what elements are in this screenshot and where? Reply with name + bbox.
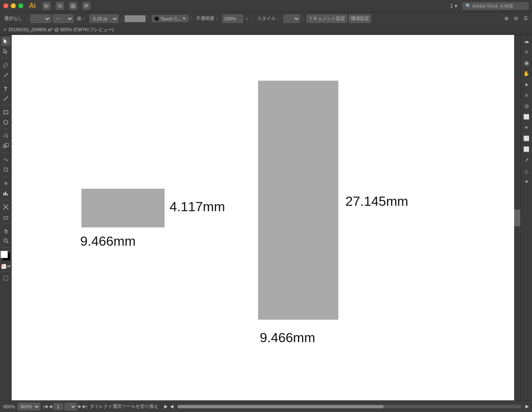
fill-swatch[interactable]	[0, 251, 8, 258]
swap-icon[interactable]: ⇄	[7, 264, 10, 269]
left-toolbar: T	[0, 35, 12, 400]
stroke-color-selector[interactable]: ─	[53, 15, 74, 23]
svg-marker-7	[3, 136, 5, 137]
maximize-button[interactable]	[18, 3, 23, 8]
svg-line-2	[6, 63, 8, 64]
canvas-scrollbar[interactable]	[514, 35, 520, 400]
bottombar: 800% 800% |◀ ◀ ▶ ▶| ダイレクト選択ツールを切り換え ▶ ◀ …	[0, 400, 532, 412]
direct-selection-tool[interactable]	[1, 47, 10, 56]
svg-marker-1	[4, 49, 7, 54]
pathfinder-icon[interactable]: △	[522, 166, 531, 175]
warp-tool[interactable]	[1, 155, 10, 164]
pencil-tool[interactable]	[1, 70, 10, 79]
selection-label: 選択なし	[2, 15, 24, 22]
svg-rect-8	[3, 145, 6, 148]
align-icon[interactable]: ⊟	[512, 15, 520, 22]
shape-large[interactable]	[258, 81, 338, 320]
zoom-value: 800%	[3, 404, 15, 409]
tool-divider-1	[2, 58, 10, 58]
artboard-tool[interactable]	[1, 274, 10, 283]
scrollbar-thumb[interactable]	[514, 210, 520, 226]
shape-small[interactable]	[81, 189, 165, 227]
version-selector[interactable]: 1 ▾	[450, 3, 457, 9]
doc-settings-button[interactable]: ドキュメント設定	[306, 15, 347, 23]
last-page-button[interactable]: ▶|	[83, 404, 87, 409]
hand-tool[interactable]	[1, 226, 10, 235]
tool-divider-3	[2, 105, 10, 106]
page-selector[interactable]	[64, 403, 77, 410]
main-layout: T	[0, 35, 532, 400]
arrange-icon[interactable]: ⊞	[503, 15, 510, 22]
stock-icon[interactable]: St	[56, 2, 64, 10]
stroke-preview	[125, 15, 145, 22]
symbols-icon[interactable]: ♠	[522, 80, 531, 89]
symbol-sprayer-tool[interactable]	[1, 179, 10, 188]
minimize-button[interactable]	[11, 3, 16, 8]
selection-tool[interactable]	[1, 37, 10, 46]
touch-color-button[interactable]: Touch C... ▾	[152, 15, 188, 22]
tab-close-button[interactable]: ✕	[3, 27, 7, 32]
properties-icon[interactable]: ≡	[522, 47, 531, 57]
brushes-icon[interactable]: ✋	[522, 69, 531, 78]
next-page-button[interactable]: ▶	[78, 404, 81, 409]
history-icon[interactable]: ⟳	[82, 2, 91, 10]
horizontal-scrollbar[interactable]	[177, 405, 521, 408]
stroke-weight-selector[interactable]: 0.25 pt	[89, 15, 118, 23]
svg-point-6	[4, 120, 8, 124]
cc-libraries-icon[interactable]: ☁	[522, 37, 531, 46]
ellipse-tool[interactable]	[1, 118, 10, 127]
tool-divider-5	[2, 153, 10, 153]
toolbar: 選択なし ─ 線： 0.25 pt Touch C... ▾ 不透明度： › ス…	[0, 12, 532, 25]
toolbar-divider-5	[252, 15, 253, 22]
free-transform-tool[interactable]	[1, 165, 10, 174]
rectangle-tool[interactable]	[1, 108, 10, 117]
pen-tool[interactable]	[1, 60, 10, 69]
scroll-right-button[interactable]: ▶	[525, 404, 529, 409]
eraser-tool[interactable]	[1, 212, 10, 222]
page-input[interactable]	[53, 403, 63, 410]
first-page-button[interactable]: |◀	[43, 404, 47, 409]
prev-page-button[interactable]: ◀	[49, 404, 52, 409]
layout-icon[interactable]: ⊞	[69, 2, 77, 10]
transform-icon[interactable]: ⬜	[522, 145, 531, 154]
zoom-selector[interactable]: 800%	[17, 403, 40, 410]
graphic-styles-icon[interactable]: ≡	[522, 91, 531, 100]
links-icon[interactable]: ✦	[522, 177, 531, 186]
bridge-icon[interactable]: Br	[42, 2, 51, 10]
none-swatch[interactable]	[1, 264, 6, 269]
line-tool[interactable]	[1, 94, 10, 103]
close-button[interactable]	[3, 3, 8, 8]
layers-icon[interactable]: ◉	[522, 58, 531, 67]
toolbar-divider-6	[303, 15, 303, 22]
toolbar-divider-2	[121, 15, 122, 22]
slice-tool[interactable]	[1, 202, 10, 212]
swatches-icon[interactable]: ⬜	[522, 134, 531, 143]
appearance-icon[interactable]: ◎	[522, 101, 531, 111]
align-icon[interactable]: ↗	[522, 155, 531, 165]
stroke-label: 線：	[75, 15, 88, 22]
column-graph-tool[interactable]	[1, 189, 10, 198]
scroll-left-button[interactable]: ◀	[170, 404, 173, 409]
adobe-stock-search[interactable]: 🔍 Adobe Stock を検索	[462, 2, 529, 10]
svg-point-12	[5, 183, 6, 184]
canvas-white[interactable]: 4.117mm 9.466mm 27.145mm 9.466mm	[12, 35, 514, 400]
color-guide-icon[interactable]: ☀	[522, 123, 531, 132]
menu-icon[interactable]: ☰	[522, 15, 530, 22]
label-large-height: 27.145mm	[345, 194, 408, 209]
zoom-tool[interactable]	[1, 236, 10, 245]
opacity-input[interactable]	[222, 15, 243, 23]
tabbar: ✕ 20190310_204856.ai* @ 800% (CMYK/プレビュー…	[0, 25, 532, 35]
toolbar-divider-4	[191, 15, 192, 22]
play-button[interactable]: ▶	[164, 404, 167, 409]
horizontal-scrollbar-thumb[interactable]	[177, 405, 384, 408]
opacity-arrow[interactable]: ›	[245, 15, 250, 22]
type-tool[interactable]: T	[1, 84, 10, 93]
scale-tool[interactable]	[1, 141, 10, 150]
rotate-tool[interactable]	[1, 131, 10, 141]
fill-selector[interactable]	[30, 15, 51, 23]
color-icon[interactable]: ⬜	[522, 112, 531, 121]
style-selector[interactable]	[283, 15, 300, 23]
svg-rect-10	[4, 168, 8, 172]
color-swatches[interactable]	[0, 251, 11, 262]
env-settings-button[interactable]: 環境設定	[349, 15, 371, 23]
